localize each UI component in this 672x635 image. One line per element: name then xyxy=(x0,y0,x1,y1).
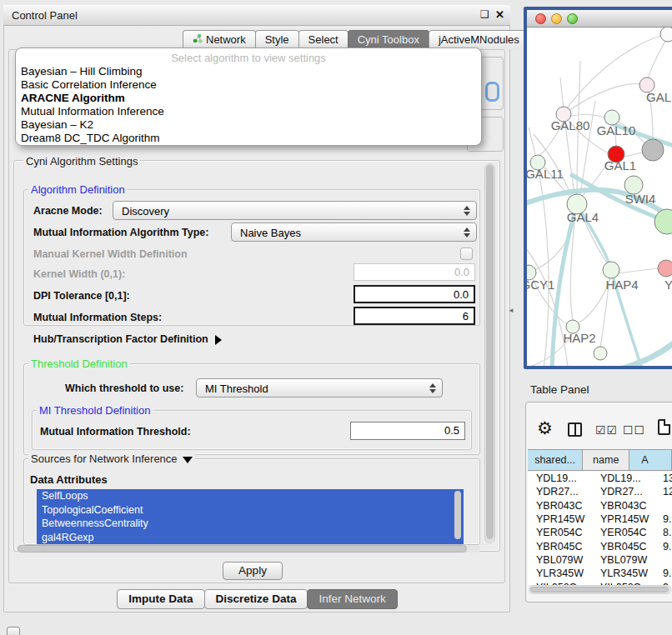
float-window-icon[interactable]: ❑ xyxy=(480,8,489,20)
column-header-a[interactable]: A xyxy=(629,450,672,470)
which-threshold-value: MI Threshold xyxy=(205,382,268,394)
network-node[interactable] xyxy=(654,209,672,234)
algorithm-option-bayesian-k2[interactable]: Bayesian – K2 xyxy=(19,118,478,132)
node-label-swi4: SWI4 xyxy=(625,192,656,206)
minimize-traffic-light-icon[interactable] xyxy=(551,13,562,24)
mi-threshold-definition-title: MI Threshold Definition xyxy=(37,404,153,417)
new-table-icon[interactable] xyxy=(658,419,670,435)
expand-right-icon xyxy=(215,335,222,345)
network-canvas[interactable]: GALGAL80GAL10GAL1GAL11SWI4GAL4GCY1HAP4YH… xyxy=(527,28,672,366)
network-node[interactable] xyxy=(642,139,664,161)
table-row[interactable]: YBR043CYBR043C xyxy=(528,499,672,512)
mi-steps-field[interactable]: 6 xyxy=(354,307,475,325)
network-edge xyxy=(564,83,647,114)
table-cell: YPR145W xyxy=(597,513,655,525)
table-cell: YDL19... xyxy=(597,472,655,484)
mi-algorithm-type-select[interactable]: Naive Bayes xyxy=(231,222,477,242)
table-row[interactable]: YLR345WYLR345W9. xyxy=(528,567,672,580)
attribute-selfloops[interactable]: SelfLoops xyxy=(37,489,464,503)
splitter-handle-icon[interactable]: ◄ xyxy=(508,307,514,314)
algorithm-option-basic-correlation-inference[interactable]: Basic Correlation Inference xyxy=(19,78,478,92)
tab-jactivemnodules[interactable]: jActiveMNodules xyxy=(429,30,529,49)
table-cell: 9. xyxy=(655,541,672,552)
algorithm-definition-title: Algorithm Definition xyxy=(28,183,128,196)
algorithm-dropdown-list: Bayesian – Hill ClimbingBasic Correlatio… xyxy=(19,65,478,145)
table-row[interactable]: YBR045CYBR045C9. xyxy=(528,539,672,552)
node-label-y: Y xyxy=(664,278,672,292)
control-panel-tabs: NetworkStyleSelectCyni ToolboxjActiveMNo… xyxy=(3,30,510,49)
network-node-y[interactable] xyxy=(658,260,672,277)
network-node-hap4[interactable] xyxy=(603,262,619,278)
aracne-mode-value: Discovery xyxy=(122,204,169,217)
settings-vertical-scrollbar[interactable] xyxy=(484,163,495,543)
table-row[interactable]: YER054CYER054C8. xyxy=(528,526,672,539)
manual-kernel-width-checkbox[interactable] xyxy=(460,248,473,260)
mi-algorithm-type-label: Mutual Information Algorithm Type: xyxy=(33,227,208,238)
close-icon[interactable]: ✕ xyxy=(495,8,504,21)
table-cell: YDR27... xyxy=(597,486,655,498)
which-threshold-select[interactable]: MI Threshold xyxy=(196,378,443,398)
tab-label: Select xyxy=(308,33,339,46)
zoom-traffic-light-icon[interactable] xyxy=(567,13,578,24)
algorithm-option-mutual-information-inference[interactable]: Mutual Information Inference xyxy=(19,105,478,118)
dpi-tolerance-label: DPI Tolerance [0,1]: xyxy=(33,290,130,302)
sources-toggle[interactable]: Sources for Network Inference xyxy=(28,452,195,465)
stepper-arrows-icon xyxy=(464,228,470,238)
dpi-tolerance-field[interactable]: 0.0 xyxy=(354,285,475,303)
gear-icon[interactable]: ⚙ xyxy=(537,418,553,438)
tab-select[interactable]: Select xyxy=(298,30,349,49)
table-row[interactable]: YPR145WYPR145W9. xyxy=(528,512,672,526)
network-node[interactable] xyxy=(660,28,672,42)
network-node[interactable] xyxy=(594,347,607,360)
apply-button[interactable]: Apply xyxy=(223,562,283,580)
settings-horizontal-scrollbar[interactable] xyxy=(17,545,480,552)
control-panel-titlebar xyxy=(3,5,510,26)
network-edge xyxy=(619,268,658,273)
table-horizontal-scrollbar[interactable] xyxy=(529,585,671,594)
columns-icon[interactable] xyxy=(568,422,582,437)
network-edge xyxy=(648,41,665,78)
attribute-topologicalcoefficient[interactable]: TopologicalCoefficient xyxy=(37,503,464,518)
network-view-window[interactable]: GALGAL80GAL10GAL1GAL11SWI4GAL4GCY1HAP4YH… xyxy=(524,7,672,369)
column-header-shared[interactable]: shared... xyxy=(528,450,583,470)
hub-definition-label: Hub/Transcription Factor Definition xyxy=(33,333,208,345)
tab-cyni-toolbox[interactable]: Cyni Toolbox xyxy=(348,30,429,49)
collapse-down-icon xyxy=(183,457,193,463)
kernel-width-field[interactable]: 0.0 xyxy=(354,263,475,281)
algorithm-option-aracne-algorithm[interactable]: ARACNE Algorithm xyxy=(19,92,478,105)
tab-discretize-data[interactable]: Discretize Data xyxy=(204,589,308,609)
data-attributes-label: Data Attributes xyxy=(30,473,108,486)
algorithm-option-dream8-dc-tdc-algorithm[interactable]: Dream8 DC_TDC Algorithm xyxy=(19,132,478,145)
node-label-hap2: HAP2 xyxy=(563,331,595,345)
attribute-betweennesscentrality[interactable]: BetweennessCentrality xyxy=(37,517,464,531)
close-traffic-light-icon[interactable] xyxy=(535,13,546,24)
aracne-mode-select[interactable]: Discovery xyxy=(113,201,477,220)
network-window-titlebar[interactable] xyxy=(527,10,672,28)
attribute-gal4rgexp[interactable]: gal4RGexp xyxy=(37,531,464,545)
tab-style[interactable]: Style xyxy=(255,30,299,49)
algorithm-combobox-focus-fragment[interactable] xyxy=(485,82,499,102)
hub-definition-toggle[interactable]: Hub/Transcription Factor Definition xyxy=(33,333,222,345)
table-cell: 9. xyxy=(655,568,672,579)
kernel-width-label: Kernel Width (0,1): xyxy=(33,268,125,280)
table-row[interactable]: YBL079WYBL079W xyxy=(528,553,672,567)
cyni-algorithm-settings-title: Cyni Algorithm Settings xyxy=(23,155,140,168)
algorithm-dropdown-placeholder: Select algorithm to view settings xyxy=(16,52,481,64)
deselect-all-checkboxes-icon[interactable]: ☐☐ xyxy=(623,423,645,437)
node-label-gal11: GAL11 xyxy=(527,167,564,181)
table-cell: YBR045C xyxy=(597,541,655,552)
minimized-panel-icon[interactable] xyxy=(7,627,20,635)
tab-impute-data[interactable]: Impute Data xyxy=(117,589,204,609)
algorithm-option-bayesian-hill-climbing[interactable]: Bayesian – Hill Climbing xyxy=(19,65,478,78)
attributes-list-scrollbar[interactable] xyxy=(454,491,461,539)
table-row[interactable]: YDL19...YDL19...13... xyxy=(528,472,672,485)
mi-threshold-field[interactable]: 0.5 xyxy=(350,422,465,440)
table-cell: YER054C xyxy=(528,527,597,538)
table-row[interactable]: YDR27...YDR27...12... xyxy=(528,485,672,498)
tab-infer-network[interactable]: Infer Network xyxy=(307,589,397,609)
select-all-checkboxes-icon[interactable]: ☑☑ xyxy=(595,423,618,437)
column-header-name[interactable]: name xyxy=(583,450,629,470)
manual-kernel-width-label: Manual Kernel Width Definition xyxy=(33,248,188,260)
tab-label: Style xyxy=(265,33,289,46)
tab-network[interactable]: Network xyxy=(183,30,256,49)
